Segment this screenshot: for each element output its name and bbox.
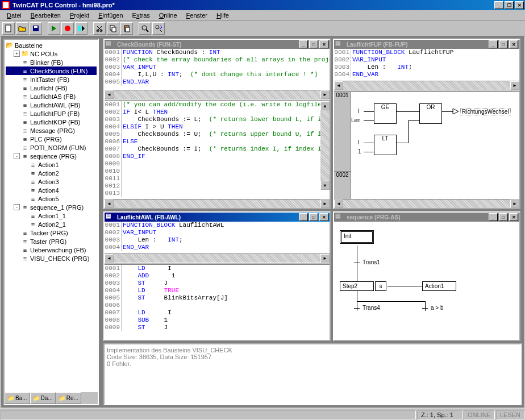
tree-item[interactable]: ≡Action4 xyxy=(6,186,97,194)
window-sequence-titlebar[interactable]: ▤ sequence (PRG-AS) _ □ ✕ xyxy=(334,213,519,222)
tree-item[interactable]: ≡Tacker (PRG) xyxy=(6,228,97,237)
body-area[interactable]: ▲▼ 0001(* you can add/modify the code (i… xyxy=(105,101,330,199)
code-line[interactable]: 0010 xyxy=(105,168,330,175)
tree-root[interactable]: 📂Bausteine xyxy=(6,41,97,49)
expand-icon[interactable]: + xyxy=(14,51,20,57)
findnext-button[interactable] xyxy=(152,22,165,35)
code-line[interactable]: 0011 xyxy=(105,175,330,182)
menu-bearbeiten[interactable]: Bearbeiten xyxy=(26,11,65,20)
menu-extras[interactable]: Extras xyxy=(128,11,155,20)
minimize-button[interactable]: _ xyxy=(489,40,498,48)
menu-einfuegen[interactable]: Einfügen xyxy=(94,11,127,20)
tree-item[interactable]: ≡LauflichtFUP (FB) xyxy=(6,109,97,118)
code-line[interactable]: 0009 ST J xyxy=(105,324,330,331)
code-line[interactable]: 0003 Len : INT; xyxy=(105,236,330,244)
expand-icon[interactable]: - xyxy=(14,153,20,159)
code-line[interactable]: 0005 CheckBounds := U; (* returns upper … xyxy=(105,131,330,138)
code-line[interactable]: 0004END_VAR xyxy=(334,71,519,78)
vscroll[interactable]: ▲▼ xyxy=(320,101,330,190)
hscroll[interactable]: ◄► xyxy=(105,253,330,263)
code-line[interactable]: 0002IF I< L THEN xyxy=(105,109,330,116)
expand-icon[interactable]: - xyxy=(14,204,20,210)
tree-item[interactable]: ≡LauflichtAWL (FB) xyxy=(6,101,97,109)
code-line[interactable]: 0004ELSIF I > U THEN xyxy=(105,123,330,131)
seq-action1[interactable]: Action1 xyxy=(422,281,456,291)
new-button[interactable] xyxy=(2,22,15,35)
tree-item[interactable]: ≡VISU_CHECK (PRG) xyxy=(6,254,97,263)
code-line[interactable]: 0006ELSE xyxy=(105,138,330,145)
code-line[interactable]: 0008 SUB 1 xyxy=(105,317,330,324)
fup-canvas[interactable]: 0001 0002 GE LT OR I Len I 1 xyxy=(334,92,519,199)
tree-item[interactable]: ≡Action3 xyxy=(6,177,97,186)
menu-datei[interactable]: Datei xyxy=(2,11,26,20)
minimize-button[interactable]: _ xyxy=(299,213,308,221)
tree-item[interactable]: ≡Action1 xyxy=(6,160,97,169)
find-button[interactable] xyxy=(139,22,151,35)
open-button[interactable] xyxy=(16,22,28,35)
save-button[interactable] xyxy=(30,22,42,35)
tab-datentypen[interactable]: 📁Da... xyxy=(30,392,56,404)
seq-init[interactable]: Init xyxy=(340,230,374,244)
tree-item[interactable]: ≡LauflichtKOP (FB) xyxy=(6,118,97,126)
tree-item[interactable]: ≡POTI_NORM (FUN) xyxy=(6,143,97,152)
tree-item[interactable]: ≡Lauflicht (FB) xyxy=(6,84,97,92)
maximize-button[interactable]: □ xyxy=(499,40,508,48)
code-line[interactable]: 0001FUNCTION CheckBounds : INT xyxy=(105,49,330,56)
code-line[interactable]: 0002 ADD 1 xyxy=(105,272,330,280)
code-line[interactable]: 0002VAR_INPUT xyxy=(105,229,330,236)
code-line[interactable]: 0001 LD I xyxy=(105,265,330,272)
decl-area[interactable]: 0001FUNCTION_BLOCK LauflichtFUP0002VAR_I… xyxy=(334,49,519,81)
code-line[interactable]: 0003VAR_INPUT xyxy=(105,64,330,71)
code-line[interactable]: 0008END_IF xyxy=(105,153,330,160)
code-line[interactable]: 0001(* you can add/modify the code (i.e.… xyxy=(105,101,330,109)
fup-ge-block[interactable]: GE xyxy=(374,103,397,124)
code-line[interactable]: 0007 LD I xyxy=(105,309,330,317)
tab-bausteine[interactable]: 📁Ba... xyxy=(5,392,30,404)
maximize-button[interactable]: □ xyxy=(309,40,318,48)
fup-lt-block[interactable]: LT xyxy=(374,135,397,155)
window-lauflichtfup-titlebar[interactable]: ▤ LauflichtFUP (FB-FUP) _ □ ✕ xyxy=(334,40,519,49)
seq-qualifier[interactable]: s xyxy=(375,281,386,291)
code-line[interactable]: 0001FUNCTION_BLOCK LauflichtAWL xyxy=(105,222,330,229)
body-area[interactable]: 0001 LD I0002 ADD 10003 ST J0004 LD TRUE… xyxy=(105,265,330,340)
code-line[interactable]: 0003 CheckBounds := L; (* returns lower … xyxy=(105,116,330,123)
tree-item[interactable]: ≡Action5 xyxy=(6,194,97,203)
code-line[interactable]: 0004 I,L,U : INT; (* dont change this in… xyxy=(105,71,330,78)
window-checkbounds-titlebar[interactable]: ▤ CheckBounds (FUN-ST) _ □ ✕ xyxy=(105,40,330,49)
tree-item[interactable]: ≡Taster (PRG) xyxy=(6,237,97,246)
window-lauflichtawl-titlebar[interactable]: ▤ LauflichtAWL (FB-AWL) _ □ ✕ xyxy=(105,213,330,222)
code-line[interactable]: 0004 LD TRUE xyxy=(105,287,330,294)
code-line[interactable]: 0003 ST J xyxy=(105,280,330,287)
fup-or-block[interactable]: OR xyxy=(419,103,442,124)
code-line[interactable]: 0002VAR_INPUT xyxy=(334,56,519,64)
menu-online[interactable]: Online xyxy=(155,11,182,20)
tree-item[interactable]: ≡Ueberwachung (FB) xyxy=(6,246,97,254)
stop-button[interactable] xyxy=(61,22,74,35)
minimize-button[interactable]: _ xyxy=(489,213,498,221)
code-line[interactable]: 0013 xyxy=(105,190,330,197)
tree-item[interactable]: +📁NC POUs xyxy=(6,49,97,58)
code-line[interactable]: 0009 xyxy=(105,160,330,168)
fup-output[interactable]: RichtungsWechsel xyxy=(460,108,511,115)
tree-item[interactable]: ≡Action2 xyxy=(6,169,97,177)
cut-button[interactable] xyxy=(93,22,106,35)
code-line[interactable]: 0006 xyxy=(105,302,330,309)
tree-item[interactable]: ≡InitTaster (FB) xyxy=(6,75,97,84)
tree-item[interactable]: -≡sequence_1 (PRG) xyxy=(6,203,97,211)
tree-item[interactable]: ≡Blinker (FB) xyxy=(6,58,97,66)
menu-fenster[interactable]: Fenster xyxy=(182,11,212,20)
minimize-button[interactable]: _ xyxy=(494,1,503,9)
hscroll[interactable]: ◄► xyxy=(334,199,519,208)
code-line[interactable]: 0005END_VAR xyxy=(105,78,330,86)
code-line[interactable]: 0005 ST BlinkBitsArray[J] xyxy=(105,294,330,302)
tree-item[interactable]: ≡LauflichtAS (FB) xyxy=(6,92,97,101)
maximize-button[interactable]: □ xyxy=(309,213,318,221)
close-button[interactable]: ✕ xyxy=(319,40,328,48)
decl-area[interactable]: 0001FUNCTION_BLOCK LauflichtAWL0002VAR_I… xyxy=(105,222,330,253)
tree-item[interactable]: -≡sequence (PRG) xyxy=(6,152,97,160)
code-line[interactable]: 0004END_VAR xyxy=(105,244,330,251)
maximize-button[interactable]: □ xyxy=(499,213,508,221)
minimize-button[interactable]: _ xyxy=(299,40,308,48)
step-button[interactable] xyxy=(75,22,88,35)
close-button[interactable]: ✕ xyxy=(515,1,524,9)
